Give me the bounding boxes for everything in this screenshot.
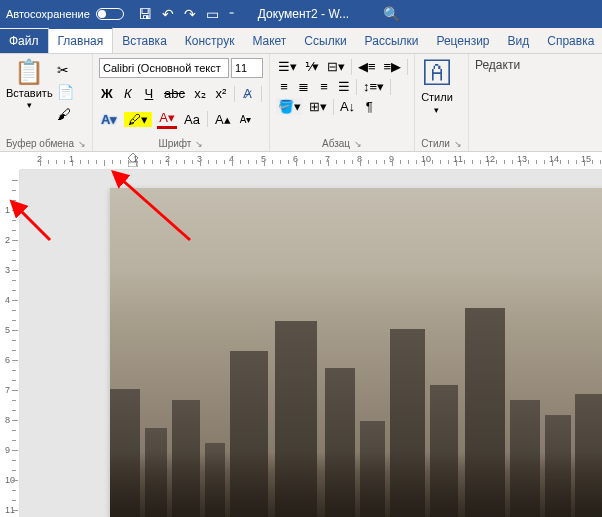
highlight-button[interactable]: 🖊▾	[124, 112, 152, 127]
bullets-button[interactable]: ☰▾	[276, 58, 299, 75]
line-spacing-button[interactable]: ↕≡▾	[361, 78, 386, 95]
sort-button[interactable]: A↓	[338, 98, 357, 115]
toggle-switch-icon[interactable]	[96, 8, 124, 20]
font-size-combo[interactable]	[231, 58, 263, 78]
increase-indent-button[interactable]: ≡▶	[382, 58, 404, 75]
clear-format-button[interactable]: A̷	[240, 85, 256, 102]
italic-button[interactable]: К	[120, 85, 136, 102]
group-paragraph: ☰▾ ⅟▾ ⊟▾ ◀≡ ≡▶ ≡ ≣ ≡ ☰ ↕≡▾ 🪣▾ ⊞▾	[270, 54, 415, 151]
tab-help[interactable]: Справка	[538, 29, 602, 53]
tab-file[interactable]: Файл	[0, 29, 48, 53]
paragraph-label: Абзац	[322, 138, 350, 149]
shading-button[interactable]: 🪣▾	[276, 98, 303, 115]
page-canvas[interactable]	[20, 170, 602, 517]
superscript-button[interactable]: x²	[213, 85, 229, 102]
underline-button[interactable]: Ч	[141, 85, 157, 102]
editing-label[interactable]: Редакти	[475, 58, 520, 72]
tab-layout[interactable]: Макет	[243, 29, 295, 53]
grow-font-button[interactable]: A▴	[213, 111, 233, 128]
styles-label: Стили	[421, 138, 450, 149]
text-effects-button[interactable]: A▾	[99, 111, 119, 128]
separator	[207, 111, 208, 127]
separator	[261, 86, 262, 102]
touch-mode-icon[interactable]: ▭	[206, 6, 219, 22]
ruler-number: 13	[517, 154, 527, 164]
ruler-number: 8	[5, 415, 10, 425]
ruler-number: 15	[581, 154, 591, 164]
inserted-image[interactable]	[110, 188, 602, 517]
tab-review[interactable]: Рецензир	[427, 29, 498, 53]
undo-icon[interactable]: ↶	[162, 6, 174, 22]
paste-icon[interactable]: 📋	[14, 58, 44, 86]
separator	[407, 59, 408, 75]
save-icon[interactable]: 🖫	[138, 6, 152, 22]
font-color-button[interactable]: A▾	[157, 109, 177, 129]
ruler-number: 4	[5, 295, 10, 305]
qat-dropdown-icon[interactable]: ⁼	[229, 9, 234, 20]
group-font: Ж К Ч abc x₂ x² A̷ A▾ 🖊▾ A▾ Aa A▴ A▾ Шри…	[93, 54, 270, 151]
copy-icon[interactable]: 📄	[57, 84, 74, 100]
vertical-ruler[interactable]: 1234567891011	[0, 170, 20, 517]
numbering-button[interactable]: ⅟▾	[303, 58, 321, 75]
paragraph-launcher-icon[interactable]: ↘	[354, 139, 362, 149]
group-styles: 🄰 Стили ▾ Стили↘	[415, 54, 469, 151]
align-left-button[interactable]: ≡	[276, 78, 292, 95]
ruler-number: 11	[453, 154, 463, 164]
subscript-button[interactable]: x₂	[192, 85, 208, 102]
align-right-button[interactable]: ≡	[316, 78, 332, 95]
show-marks-button[interactable]: ¶	[361, 98, 377, 115]
separator	[390, 79, 391, 95]
styles-launcher-icon[interactable]: ↘	[454, 139, 462, 149]
strike-button[interactable]: abc	[162, 85, 187, 102]
justify-button[interactable]: ☰	[336, 78, 352, 95]
shrink-font-button[interactable]: A▾	[238, 113, 254, 126]
borders-button[interactable]: ⊞▾	[307, 98, 329, 115]
multilevel-button[interactable]: ⊟▾	[325, 58, 347, 75]
tab-view[interactable]: Вид	[499, 29, 539, 53]
search-icon[interactable]: 🔍	[383, 6, 400, 22]
ruler-number: 10	[421, 154, 431, 164]
ruler-number: 12	[485, 154, 495, 164]
char-button[interactable]: Aa	[182, 111, 202, 128]
font-name-combo[interactable]	[99, 58, 229, 78]
title-bar: Автосохранение 🖫 ↶ ↷ ▭ ⁼ Документ2 - W..…	[0, 0, 602, 28]
format-painter-icon[interactable]: 🖌	[57, 106, 74, 122]
ruler-number: 3	[5, 265, 10, 275]
clipboard-launcher-icon[interactable]: ↘	[78, 139, 86, 149]
decrease-indent-button[interactable]: ◀≡	[356, 58, 378, 75]
align-center-button[interactable]: ≣	[296, 78, 312, 95]
ruler-number: 14	[549, 154, 559, 164]
tab-insert[interactable]: Вставка	[113, 29, 176, 53]
group-clipboard: 📋 Вставить ▾ ✂ 📄 🖌 Буфер обмена↘	[0, 54, 93, 151]
tab-references[interactable]: Ссылки	[295, 29, 355, 53]
tab-mailings[interactable]: Рассылки	[356, 29, 428, 53]
font-launcher-icon[interactable]: ↘	[195, 139, 203, 149]
separator	[356, 79, 357, 95]
styles-dropdown-icon[interactable]: ▾	[434, 105, 439, 115]
autosave-label: Автосохранение	[6, 8, 90, 20]
group-editing: Редакти	[469, 54, 526, 151]
font-label: Шрифт	[159, 138, 192, 149]
quick-access-toolbar: 🖫 ↶ ↷ ▭ ⁼	[138, 6, 234, 22]
ruler-number: 2	[5, 235, 10, 245]
redo-icon[interactable]: ↷	[184, 6, 196, 22]
separator	[351, 59, 352, 75]
bold-button[interactable]: Ж	[99, 85, 115, 102]
styles-button[interactable]: Стили	[421, 91, 453, 103]
cut-icon[interactable]: ✂	[57, 62, 74, 78]
ruler-number: 5	[5, 325, 10, 335]
tab-home[interactable]: Главная	[48, 27, 114, 53]
paste-button[interactable]: Вставить	[6, 87, 53, 99]
autosave-toggle[interactable]: Автосохранение	[6, 8, 124, 20]
separator	[234, 86, 235, 102]
horizontal-ruler[interactable]: ⌐ 2112345678910111213141516	[20, 152, 602, 170]
ribbon-tabs: Файл Главная Вставка Конструк Макет Ссыл…	[0, 28, 602, 54]
ruler-number: 6	[5, 355, 10, 365]
tab-design[interactable]: Конструк	[176, 29, 244, 53]
document-title: Документ2 - W...	[258, 7, 349, 21]
styles-icon[interactable]: 🄰	[424, 58, 450, 89]
clipboard-label: Буфер обмена	[6, 138, 74, 149]
paste-dropdown-icon[interactable]: ▾	[27, 100, 32, 110]
ribbon: 📋 Вставить ▾ ✂ 📄 🖌 Буфер обмена↘ Ж К Ч a…	[0, 54, 602, 152]
ruler-number: 7	[5, 385, 10, 395]
